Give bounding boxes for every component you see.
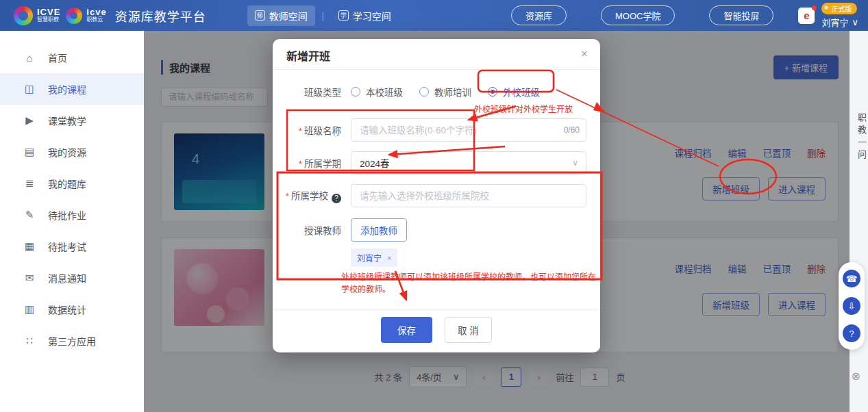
teacher-tag: 刘宵宁 ×	[351, 248, 397, 267]
chevron-down-icon: ∨	[572, 158, 578, 168]
sidebar-item-third-party-apps[interactable]: ∷ 第三方应用	[0, 325, 144, 357]
school-label: *所属学校?	[273, 188, 341, 203]
teacher-label: 授课教师	[273, 223, 341, 237]
home-icon: ⌂	[23, 52, 36, 64]
sidebar-item-statistics[interactable]: ▥ 数据统计	[0, 294, 144, 325]
icve-logo-icon	[14, 6, 33, 25]
app-title: 资源库教学平台	[115, 7, 206, 25]
class-name-input[interactable]	[351, 118, 586, 142]
sidebar-item-label: 第三方应用	[48, 334, 96, 348]
external-class-hint: 外校班级针对外校学生开放	[273, 103, 573, 113]
radio-icon	[419, 87, 429, 96]
user-name: 刘宵宁	[821, 16, 848, 29]
user-menu[interactable]: 刘宵宁 ∨	[821, 16, 858, 29]
radio-label: 外校班级	[503, 85, 540, 99]
smart-cast-button[interactable]: 智能投屏	[709, 5, 773, 25]
mooc-college-button[interactable]: MOOC学院	[601, 5, 675, 25]
sidebar-item-pending-homework[interactable]: ✎ 待批作业	[0, 199, 144, 231]
sidebar-item-label: 我的资源	[48, 145, 86, 159]
space-tabs: 师 教师空间 | 学 学习空间	[247, 5, 399, 26]
chart-icon: ▥	[23, 303, 36, 316]
library-icon: ▤	[23, 146, 36, 158]
sidebar-item-home[interactable]: ⌂ 首页	[0, 42, 144, 73]
tab-teacher-space-label: 教师空间	[269, 9, 308, 23]
school-input[interactable]	[351, 184, 586, 207]
sidebar-item-label: 消息通知	[48, 271, 86, 285]
sidebar-item-my-courses[interactable]: ◫ 我的课程	[0, 73, 144, 105]
sidebar-item-label: 待批考试	[48, 240, 86, 253]
sidebar-item-label: 我的课程	[48, 82, 86, 96]
sidebar-item-label: 待批作业	[48, 208, 86, 222]
teacher-hint: 外校班级授课教师可以添加该班级所属学校的教师，也可以添加您所在学校的教师。	[341, 271, 600, 296]
sidebar-item-label: 首页	[48, 51, 67, 64]
modal-title: 新增开班	[286, 51, 330, 62]
app-shortcut-icon[interactable]: e	[798, 8, 815, 24]
top-header: ICVE 智慧职教 icve 职教云 资源库教学平台 师 教师空间 | 学 学习…	[0, 0, 868, 31]
right-rail: 职教一问	[850, 31, 868, 412]
exam-icon: ▦	[23, 240, 36, 253]
radio-icon	[488, 87, 497, 96]
remove-teacher-icon[interactable]: ×	[387, 254, 391, 262]
message-icon: ✉	[23, 272, 36, 284]
user-zone: e 正式版 刘宵宁 ∨	[798, 3, 858, 29]
help-icon[interactable]: ?	[843, 324, 860, 342]
required-mark: *	[299, 159, 302, 169]
learn-space-icon: 学	[338, 10, 349, 21]
play-video-icon: ▶	[23, 114, 36, 127]
radio-label: 本校班级	[366, 85, 403, 99]
teacher-tag-name: 刘宵宁	[357, 252, 382, 263]
teacher-space-icon: 师	[255, 10, 265, 21]
sidebar-item-label: 数据统计	[48, 302, 86, 316]
brand2-line2: 职教云	[86, 17, 106, 23]
class-name-label: *班级名称	[273, 123, 341, 137]
collapse-toolbar-icon[interactable]: ⊗	[852, 370, 860, 383]
floating-toolbar: ☎ ⇩ ?	[839, 262, 865, 350]
notification-dot	[812, 5, 817, 10]
header-pills: 资源库 MOOC学院 智能投屏	[511, 5, 773, 25]
sidebar: ⌂ 首页 ◫ 我的课程 ▶ 课堂教学 ▤ 我的资源 ≣ 我的题库 ✎ 待批作业 …	[0, 31, 144, 412]
term-value: 2024春	[360, 156, 390, 170]
radio-own-school-class[interactable]: 本校班级	[351, 85, 403, 99]
sidebar-item-label: 课堂教学	[48, 114, 86, 127]
add-teacher-button[interactable]: 添加教师	[351, 218, 407, 242]
radio-label: 教师培训	[434, 85, 471, 99]
download-icon[interactable]: ⇩	[843, 297, 860, 315]
app-shortcut-glyph: e	[804, 10, 809, 21]
help-circle-icon[interactable]: ?	[332, 194, 341, 203]
vertical-help-tab[interactable]: 职教一问	[850, 113, 868, 162]
sidebar-item-pending-exams[interactable]: ▦ 待批考试	[0, 231, 144, 262]
customer-service-icon[interactable]: ☎	[843, 270, 860, 287]
sidebar-item-messages[interactable]: ✉ 消息通知	[0, 262, 144, 294]
term-select[interactable]: 2024春	[351, 151, 586, 175]
sidebar-item-question-bank[interactable]: ≣ 我的题库	[0, 168, 144, 199]
radio-external-school-class[interactable]: 外校班级	[488, 85, 540, 99]
tab-teacher-space[interactable]: 师 教师空间	[247, 5, 315, 26]
version-badge: 正式版	[821, 3, 857, 14]
tab-learn-space-label: 学习空间	[353, 9, 391, 23]
sidebar-item-label: 我的题库	[48, 177, 86, 190]
sidebar-item-classroom-teaching[interactable]: ▶ 课堂教学	[0, 105, 144, 136]
class-type-label: 班级类型	[273, 85, 341, 99]
icve-cloud-logo-icon	[66, 8, 82, 24]
chevron-down-icon: ∨	[852, 17, 858, 27]
radio-icon	[351, 87, 360, 96]
term-label: *所属学期	[273, 156, 341, 170]
tab-learn-space[interactable]: 学 学习空间	[331, 5, 399, 26]
resource-lib-button[interactable]: 资源库	[511, 5, 567, 25]
char-counter: 0/60	[564, 125, 580, 135]
sidebar-item-my-resources[interactable]: ▤ 我的资源	[0, 136, 144, 168]
save-button[interactable]: 保存	[381, 317, 432, 343]
brand1-line2: 智慧职教	[37, 17, 60, 23]
tab-divider: |	[322, 11, 324, 21]
apps-grid-icon: ∷	[23, 335, 36, 347]
book-icon: ◫	[23, 83, 36, 95]
required-mark: *	[299, 126, 302, 136]
brand-icve: ICVE 智慧职教 icve 职教云 资源库教学平台	[14, 6, 206, 25]
list-icon: ≣	[23, 177, 36, 190]
cancel-button[interactable]: 取 消	[445, 317, 492, 343]
required-mark: *	[286, 191, 289, 201]
add-class-modal: 新增开班 × 班级类型 本校班级 教师培训 外校班级 外校班级针对外校学生开	[273, 39, 600, 352]
edit-doc-icon: ✎	[23, 209, 36, 221]
radio-teacher-training[interactable]: 教师培训	[419, 85, 471, 99]
close-icon[interactable]: ×	[581, 47, 588, 61]
